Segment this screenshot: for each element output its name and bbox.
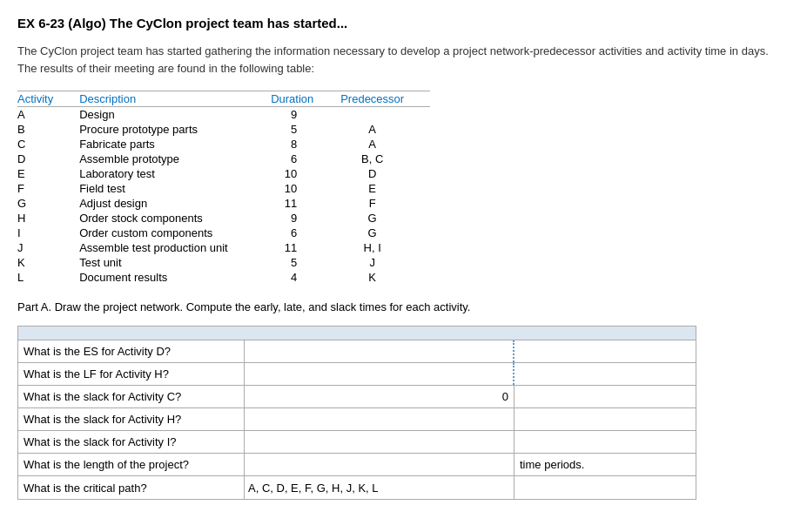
question-input-field[interactable] — [245, 363, 513, 385]
part-a-text: Part A. Draw the project network. Comput… — [17, 300, 790, 313]
questions-section: What is the ES for Activity D?What is th… — [17, 326, 696, 500]
table-row: IOrder custom components6G — [17, 226, 430, 240]
questions-header — [18, 327, 696, 340]
description-cell: Adjust design — [79, 196, 271, 211]
description-cell: Field test — [79, 181, 271, 196]
description-cell: Document results — [79, 270, 271, 285]
activity-cell: J — [17, 240, 79, 255]
predecessor-cell: E — [340, 181, 430, 196]
table-row: LDocument results4K — [17, 270, 430, 285]
activity-cell: D — [17, 152, 79, 166]
question-input-field[interactable] — [245, 408, 514, 430]
description-cell: Order custom components — [79, 226, 271, 240]
table-row: GAdjust design11F — [17, 196, 430, 211]
question-row: What is the ES for Activity D? — [18, 340, 696, 363]
predecessor-cell: K — [340, 270, 430, 285]
zero-value-label: 0 — [502, 390, 508, 403]
duration-cell: 5 — [271, 122, 340, 137]
predecessor-cell: B, C — [340, 152, 430, 166]
question-input-area — [245, 408, 514, 430]
activity-cell: K — [17, 255, 79, 270]
table-row: ADesign9 — [17, 107, 430, 123]
question-row: What is the slack for Activity I? — [18, 431, 696, 454]
description-cell: Fabricate parts — [79, 137, 271, 152]
activity-cell: C — [17, 137, 79, 152]
duration-cell: 10 — [271, 166, 340, 181]
question-label: What is the slack for Activity H? — [18, 408, 245, 430]
question-label: What is the slack for Activity I? — [18, 431, 245, 453]
question-row: What is the slack for Activity C?0 — [18, 386, 696, 408]
question-label: What is the slack for Activity C? — [18, 386, 245, 407]
col-header-duration: Duration — [271, 91, 340, 107]
question-suffix — [514, 363, 696, 385]
predecessor-cell: G — [340, 226, 430, 240]
duration-cell: 11 — [271, 196, 340, 211]
table-row: FField test10E — [17, 181, 430, 196]
table-row: DAssemble prototype6B, C — [17, 152, 430, 166]
table-row: BProcure prototype parts5A — [17, 122, 430, 137]
question-input-field[interactable] — [245, 340, 513, 362]
question-input-area — [245, 476, 514, 499]
duration-cell: 4 — [271, 270, 340, 285]
activity-cell: G — [17, 196, 79, 211]
description-cell: Assemble test production unit — [79, 240, 271, 255]
activity-cell: I — [17, 226, 79, 240]
questions-container: What is the ES for Activity D?What is th… — [18, 340, 696, 499]
col-header-description: Description — [79, 91, 271, 107]
activity-table: Activity Description Duration Predecesso… — [17, 91, 430, 285]
col-header-predecessor: Predecessor — [340, 91, 430, 107]
activity-cell: E — [17, 166, 79, 181]
duration-cell: 9 — [271, 211, 340, 226]
question-suffix: time periods. — [514, 454, 696, 475]
table-row: KTest unit5J — [17, 255, 430, 270]
duration-cell: 9 — [271, 107, 340, 123]
activity-cell: H — [17, 211, 79, 226]
question-input-field[interactable] — [245, 476, 514, 499]
question-suffix — [514, 340, 696, 362]
duration-cell: 11 — [271, 240, 340, 255]
question-input-field[interactable] — [245, 454, 514, 475]
predecessor-cell: H, I — [340, 240, 430, 255]
duration-cell: 6 — [271, 152, 340, 166]
col-header-activity: Activity — [17, 91, 79, 107]
description-cell: Test unit — [79, 255, 271, 270]
question-input-area: 0 — [245, 386, 514, 407]
activity-cell: B — [17, 122, 79, 137]
question-input-field[interactable] — [245, 386, 514, 407]
description-cell: Order stock components — [79, 211, 271, 226]
question-input-area — [245, 363, 514, 385]
description-cell: Procure prototype parts — [79, 122, 271, 137]
duration-cell: 8 — [271, 137, 340, 152]
activity-cell: L — [17, 270, 79, 285]
predecessor-cell: A — [340, 122, 430, 137]
question-label: What is the LF for Activity H? — [18, 363, 245, 385]
activity-cell: F — [17, 181, 79, 196]
predecessor-cell: F — [340, 196, 430, 211]
table-row: HOrder stock components9G — [17, 211, 430, 226]
question-suffix — [514, 386, 696, 407]
predecessor-cell — [340, 107, 430, 123]
question-suffix — [514, 431, 696, 453]
description-cell: Design — [79, 107, 271, 123]
duration-cell: 6 — [271, 226, 340, 240]
question-suffix — [514, 476, 696, 499]
question-input-area — [245, 431, 514, 453]
activity-cell: A — [17, 107, 79, 123]
question-input-field[interactable] — [245, 431, 514, 453]
question-input-area — [245, 340, 514, 362]
duration-cell: 10 — [271, 181, 340, 196]
question-suffix — [514, 408, 696, 430]
table-row: ELaboratory test10D — [17, 166, 430, 181]
question-row: What is the critical path? — [18, 476, 696, 499]
predecessor-cell: D — [340, 166, 430, 181]
description-cell: Laboratory test — [79, 166, 271, 181]
question-row: What is the LF for Activity H? — [18, 363, 696, 386]
page-title: EX 6-23 (Algo) The CyClon project team h… — [17, 16, 790, 30]
predecessor-cell: A — [340, 137, 430, 152]
predecessor-cell: J — [340, 255, 430, 270]
question-label: What is the ES for Activity D? — [18, 340, 245, 362]
duration-cell: 5 — [271, 255, 340, 270]
question-input-area — [245, 454, 514, 475]
question-label: What is the critical path? — [18, 476, 245, 499]
question-label: What is the length of the project? — [18, 454, 245, 475]
